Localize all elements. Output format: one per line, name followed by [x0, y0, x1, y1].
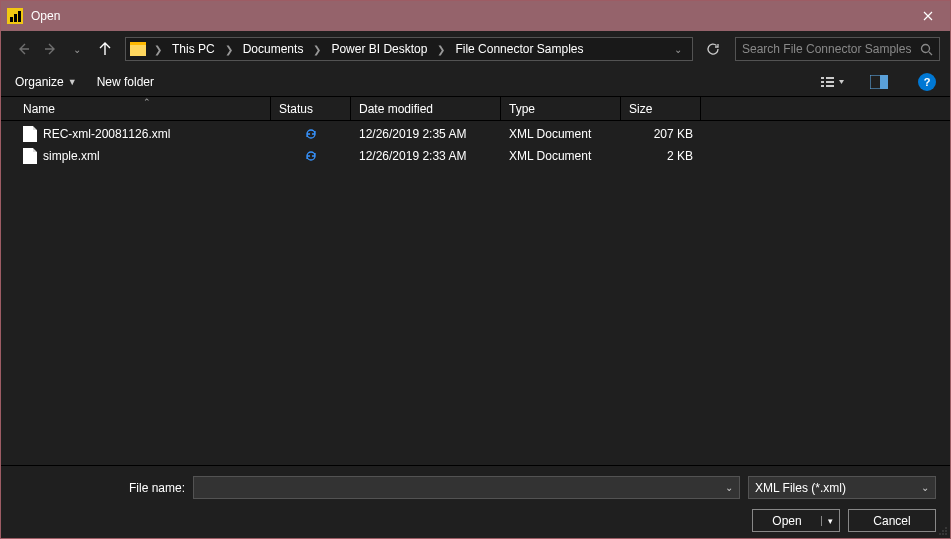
refresh-button[interactable] — [701, 37, 725, 61]
file-icon — [23, 148, 37, 164]
svg-point-13 — [942, 533, 944, 535]
crumb-this-pc[interactable]: This PC — [168, 42, 219, 56]
search-icon — [919, 42, 933, 56]
svg-rect-4 — [826, 81, 834, 83]
sync-status — [271, 127, 351, 141]
file-type: XML Document — [501, 127, 621, 141]
back-button[interactable] — [11, 37, 35, 61]
file-size: 2 KB — [621, 149, 701, 163]
cancel-button[interactable]: Cancel — [848, 509, 936, 532]
svg-rect-5 — [821, 85, 824, 87]
svg-rect-8 — [880, 75, 888, 89]
column-size[interactable]: Size — [621, 97, 701, 120]
view-options-button[interactable] — [820, 71, 846, 93]
filename-combobox[interactable]: ⌄ — [193, 476, 740, 499]
title-bar: Open — [1, 1, 950, 31]
crumb-powerbi[interactable]: Power BI Desktop — [327, 42, 431, 56]
chevron-down-icon: ▼ — [68, 77, 77, 87]
column-headers: Name ⌃ Status Date modified Type Size — [1, 97, 950, 121]
chevron-down-icon[interactable]: ⌄ — [719, 482, 739, 493]
sort-asc-icon: ⌃ — [143, 97, 151, 107]
file-icon — [23, 126, 37, 142]
organize-button[interactable]: Organize ▼ — [15, 75, 77, 89]
column-type[interactable]: Type — [501, 97, 621, 120]
address-bar[interactable]: ❯ This PC ❯ Documents ❯ Power BI Desktop… — [125, 37, 693, 61]
refresh-icon — [706, 42, 720, 56]
powerbi-icon — [7, 8, 23, 24]
sync-icon — [304, 149, 318, 163]
forward-button[interactable] — [39, 37, 63, 61]
column-name[interactable]: Name ⌃ — [15, 97, 271, 120]
close-icon — [923, 11, 933, 21]
svg-rect-2 — [826, 77, 834, 79]
new-folder-button[interactable]: New folder — [97, 75, 154, 89]
chevron-right-icon: ❯ — [433, 44, 449, 55]
arrow-left-icon — [16, 42, 30, 56]
svg-point-0 — [921, 44, 929, 52]
nav-row: ⌄ ❯ This PC ❯ Documents ❯ Power BI Deskt… — [1, 31, 950, 67]
arrow-right-icon — [44, 42, 58, 56]
folder-icon — [130, 42, 146, 56]
svg-point-14 — [939, 533, 941, 535]
recent-locations-button[interactable]: ⌄ — [65, 37, 89, 61]
file-date: 12/26/2019 2:35 AM — [351, 127, 501, 141]
column-date[interactable]: Date modified — [351, 97, 501, 120]
svg-rect-6 — [826, 85, 834, 87]
resize-grip[interactable] — [938, 526, 948, 536]
chevron-down-icon: ⌄ — [921, 482, 929, 493]
search-input[interactable] — [742, 42, 919, 56]
view-list-icon — [821, 74, 845, 90]
crumb-samples[interactable]: File Connector Samples — [451, 42, 587, 56]
file-list: REC-xml-20081126.xml 12/26/2019 2:35 AM … — [1, 121, 950, 465]
search-box[interactable] — [735, 37, 940, 61]
file-name: simple.xml — [43, 149, 100, 163]
svg-point-9 — [945, 527, 947, 529]
file-name: REC-xml-20081126.xml — [43, 127, 170, 141]
file-row[interactable]: REC-xml-20081126.xml 12/26/2019 2:35 AM … — [1, 123, 950, 145]
file-row[interactable]: simple.xml 12/26/2019 2:33 AM XML Docume… — [1, 145, 950, 167]
svg-point-11 — [945, 533, 947, 535]
column-status[interactable]: Status — [271, 97, 351, 120]
sync-icon — [304, 127, 318, 141]
help-button[interactable]: ? — [918, 73, 936, 91]
chevron-right-icon: ❯ — [150, 44, 166, 55]
svg-rect-3 — [821, 81, 824, 83]
open-dropdown[interactable]: ▾ — [821, 516, 839, 526]
file-type: XML Document — [501, 149, 621, 163]
chevron-down-icon[interactable]: ⌄ — [674, 44, 682, 55]
filename-label: File name: — [15, 481, 185, 495]
window-title: Open — [31, 9, 60, 23]
file-date: 12/26/2019 2:33 AM — [351, 149, 501, 163]
toolbar: Organize ▼ New folder ? — [1, 67, 950, 97]
crumb-documents[interactable]: Documents — [239, 42, 308, 56]
close-button[interactable] — [905, 1, 950, 31]
preview-pane-button[interactable] — [866, 71, 892, 93]
chevron-right-icon: ❯ — [309, 44, 325, 55]
svg-rect-1 — [821, 77, 824, 79]
filename-input[interactable] — [194, 481, 719, 495]
up-button[interactable] — [93, 37, 117, 61]
open-dialog: Open ⌄ ❯ This PC ❯ Documents ❯ Power BI … — [0, 0, 951, 539]
svg-point-10 — [945, 530, 947, 532]
footer: File name: ⌄ XML Files (*.xml) ⌄ Open ▾ … — [1, 465, 950, 538]
file-type-filter[interactable]: XML Files (*.xml) ⌄ — [748, 476, 936, 499]
open-button[interactable]: Open ▾ — [752, 509, 840, 532]
arrow-up-icon — [98, 42, 112, 56]
svg-point-12 — [942, 530, 944, 532]
chevron-right-icon: ❯ — [221, 44, 237, 55]
preview-pane-icon — [870, 75, 888, 89]
file-size: 207 KB — [621, 127, 701, 141]
sync-status — [271, 149, 351, 163]
